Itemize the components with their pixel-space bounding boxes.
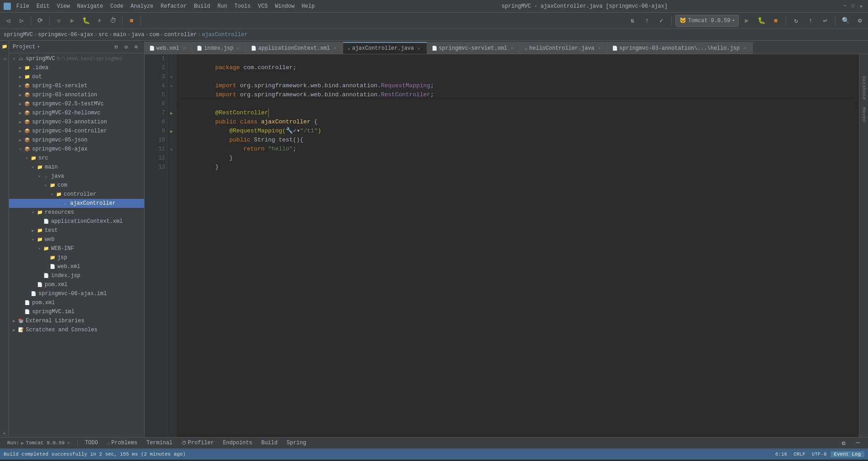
toolbar-rerun[interactable]: ↩ bbox=[819, 14, 831, 27]
breadcrumb-java[interactable]: java bbox=[131, 32, 144, 38]
tree-rootpom[interactable]: 📄 pom.xml bbox=[9, 298, 144, 307]
bottom-minimize-btn[interactable]: ─ bbox=[852, 437, 864, 449]
bottom-tab-todo[interactable]: TODO bbox=[81, 438, 102, 448]
tree-root[interactable]: ▾ 🗂 springMVC D:\JAVA_test\springMVC bbox=[9, 54, 144, 63]
panel-dropdown[interactable]: ▾ bbox=[37, 44, 39, 49]
tab-ajaxcontroller[interactable]: ☕ ajaxController.java ✕ bbox=[343, 42, 427, 54]
tree-controller[interactable]: ▾ 📁 controller bbox=[9, 190, 144, 199]
tab-hellojsp-close[interactable]: ✕ bbox=[741, 45, 748, 52]
bottom-tab-problems[interactable]: ⚠ Problems bbox=[104, 438, 141, 448]
toolbar-profile-btn[interactable]: ⏱ bbox=[107, 14, 119, 27]
tree-main[interactable]: ▾ 📁 main bbox=[9, 163, 144, 172]
tab-hellocontroller[interactable]: ☕ helloController.java ✕ bbox=[520, 42, 608, 54]
menu-edit[interactable]: Edit bbox=[33, 2, 53, 10]
panel-locate[interactable]: ◎ bbox=[122, 42, 131, 52]
tree-extlibs[interactable]: ▶ 📚 External Libraries bbox=[9, 316, 144, 325]
tree-springmvc03[interactable]: ▶ 📦 springmvc-03-annotation bbox=[9, 118, 144, 127]
toolbar-stop-btn[interactable]: ■ bbox=[125, 14, 138, 27]
tab-hellojsp[interactable]: 📄 springmvc-03-annotation\...\hello.jsp … bbox=[608, 42, 753, 54]
tab-springmvcservlet[interactable]: 📄 springmvc-servlet.xml ✕ bbox=[427, 42, 520, 54]
toolbar-run-config-run[interactable]: ▶ bbox=[741, 14, 753, 27]
menu-vcs[interactable]: VCS bbox=[255, 2, 272, 10]
bottom-tab-profiler[interactable]: ⏱ Profiler bbox=[178, 438, 218, 448]
toolbar-forward-btn[interactable]: ▷ bbox=[15, 14, 28, 27]
panel-settings[interactable]: ⚙ bbox=[132, 42, 141, 52]
toolbar-run-config-stop[interactable]: ■ bbox=[769, 14, 782, 27]
run-config-selector[interactable]: 🐱 Tomcat 9.0.59 ▾ bbox=[675, 15, 739, 27]
bottom-settings-btn[interactable]: ⚙ bbox=[837, 437, 850, 449]
tree-test[interactable]: ▶ 📁 test bbox=[9, 226, 144, 235]
toolbar-back-btn[interactable]: ◁ bbox=[2, 14, 14, 27]
status-position[interactable]: 6:16 bbox=[773, 452, 790, 457]
run-7[interactable]: ▶ bbox=[170, 110, 173, 116]
breadcrumb-com[interactable]: com bbox=[149, 32, 159, 38]
tree-rootmvc-iml[interactable]: 📄 springMVC.iml bbox=[9, 307, 144, 316]
tree-idea[interactable]: ▶ 📁 .idea bbox=[9, 63, 144, 72]
status-linesep[interactable]: CRLF bbox=[791, 452, 808, 457]
toolbar-coverage-btn[interactable]: ⚡ bbox=[93, 14, 106, 27]
fold-11[interactable]: ▸ bbox=[170, 147, 173, 152]
tree-ajaxcontroller[interactable]: ☕ ajaxController bbox=[9, 199, 144, 208]
toolbar-update2[interactable]: ↑ bbox=[804, 14, 817, 27]
breadcrumb-module[interactable]: springmvc-06-ajax bbox=[38, 32, 93, 38]
tree-spring01[interactable]: ▶ 📦 spring-01-servlet bbox=[9, 81, 144, 90]
tree-indexjsp[interactable]: 📄 index.jsp bbox=[9, 271, 144, 280]
tree-webinf[interactable]: ▾ 📁 WEB-INF bbox=[9, 244, 144, 253]
bottom-tab-build[interactable]: Build bbox=[258, 438, 281, 448]
tree-resources[interactable]: ▾ 📁 resources bbox=[9, 208, 144, 217]
tree-com[interactable]: ▾ 📁 com bbox=[9, 181, 144, 190]
bottom-tab-terminal[interactable]: Terminal bbox=[143, 438, 176, 448]
tree-out[interactable]: ▶ 📁 out bbox=[9, 72, 144, 81]
status-encoding[interactable]: UTF-8 bbox=[809, 452, 830, 457]
menu-code[interactable]: Code bbox=[107, 2, 127, 10]
tab-hellocontroller-close[interactable]: ✕ bbox=[596, 45, 603, 52]
fold-4[interactable]: ▸ bbox=[170, 84, 173, 89]
toolbar-run-btn[interactable]: ▶ bbox=[66, 14, 79, 27]
toolbar-update-app[interactable]: ↻ bbox=[790, 14, 802, 27]
breadcrumb-springmvc[interactable]: springMVC bbox=[4, 32, 33, 38]
menu-navigate[interactable]: Navigate bbox=[73, 2, 107, 10]
project-icon[interactable]: 📁 bbox=[0, 42, 9, 51]
toolbar-settings[interactable]: ⚙ bbox=[854, 14, 866, 27]
run-close-btn[interactable]: ✕ bbox=[67, 440, 70, 446]
run-9[interactable]: ▶ bbox=[170, 128, 173, 134]
code-area[interactable]: package com.controller; import org.sprin… bbox=[176, 54, 859, 437]
fold-3[interactable]: ▸ bbox=[170, 75, 173, 80]
tree-spring03[interactable]: ▶ 📦 spring-03-annotation bbox=[9, 90, 144, 99]
menu-tools[interactable]: Tools bbox=[231, 2, 255, 10]
tree-springmvc025[interactable]: ▶ 📦 springmvc-02.5-testMVc bbox=[9, 99, 144, 108]
toolbar-debug-btn[interactable]: 🐛 bbox=[80, 14, 92, 27]
tab-appcontext-close[interactable]: ✕ bbox=[332, 45, 338, 52]
tab-springmvcservlet-close[interactable]: ✕ bbox=[509, 45, 515, 52]
bottom-tab-spring[interactable]: Spring bbox=[283, 438, 310, 448]
bottom-tab-endpoints[interactable]: Endpoints bbox=[219, 438, 256, 448]
maven-tab[interactable]: Maven bbox=[860, 103, 868, 126]
tab-ajaxcontroller-close[interactable]: ✕ bbox=[416, 45, 422, 52]
menu-help[interactable]: Help bbox=[298, 2, 318, 10]
tab-webxml[interactable]: 📄 web.xml ✕ bbox=[145, 42, 192, 54]
maximize-button[interactable]: □ bbox=[850, 3, 856, 9]
minimize-button[interactable]: ─ bbox=[842, 3, 848, 9]
tree-scratches[interactable]: ▶ 📝 Scratches and Consoles bbox=[9, 325, 144, 334]
panel-collapse-all[interactable]: ⊟ bbox=[112, 42, 121, 52]
toolbar-git-btn[interactable]: ⇅ bbox=[626, 14, 639, 27]
toolbar-build-btn[interactable]: ⚒ bbox=[52, 14, 65, 27]
tree-web[interactable]: ▾ 📁 web bbox=[9, 235, 144, 244]
menu-build[interactable]: Build bbox=[190, 2, 214, 10]
toolbar-update-btn[interactable]: ↑ bbox=[641, 14, 653, 27]
menu-analyze[interactable]: Analyze bbox=[127, 2, 157, 10]
tree-pomxml-module[interactable]: 📄 pom.xml bbox=[9, 280, 144, 289]
tree-iml[interactable]: 📄 springmvc-06-ajax.iml bbox=[9, 289, 144, 298]
breadcrumb-src[interactable]: src bbox=[99, 32, 108, 38]
event-log-btn[interactable]: Event Log bbox=[830, 451, 864, 457]
tab-indexjsp-close[interactable]: ✕ bbox=[235, 45, 241, 52]
menu-refactor[interactable]: Refactor bbox=[157, 2, 190, 10]
close-button[interactable]: ✕ bbox=[858, 3, 864, 9]
tree-webxml[interactable]: 📄 web.xml bbox=[9, 262, 144, 271]
breadcrumb-controller[interactable]: controller bbox=[164, 32, 197, 38]
menu-window[interactable]: Window bbox=[271, 2, 298, 10]
menu-file[interactable]: File bbox=[13, 2, 33, 10]
menu-view[interactable]: View bbox=[53, 2, 74, 10]
toolbar-commit-btn[interactable]: ✓ bbox=[655, 14, 668, 27]
tab-indexjsp[interactable]: 📄 index.jsp ✕ bbox=[192, 42, 246, 54]
